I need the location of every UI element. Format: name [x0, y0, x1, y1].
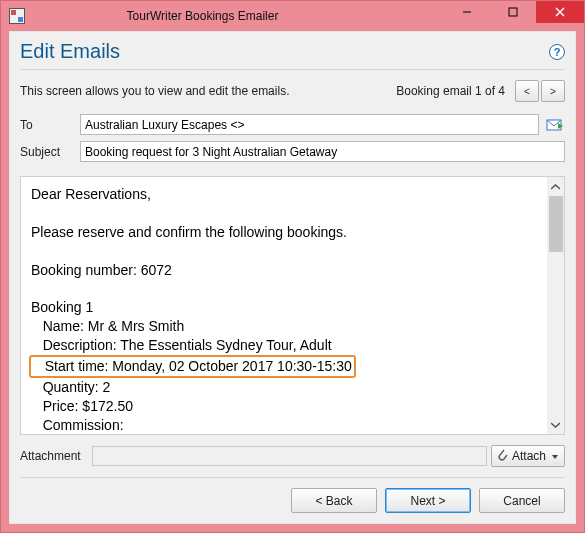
window-controls [444, 1, 584, 23]
attachment-label: Attachment [20, 449, 92, 463]
window-frame: TourWriter Bookings Emailer Edit Emails … [0, 0, 585, 533]
maximize-button[interactable] [490, 1, 536, 23]
next-button[interactable]: Next > [385, 488, 471, 513]
body-greeting: Dear Reservations, [31, 186, 151, 202]
body-quantity-value: 2 [103, 379, 111, 395]
footer-buttons: < Back Next > Cancel [20, 477, 565, 513]
body-booking-number-label: Booking number: [31, 262, 137, 278]
cancel-button[interactable]: Cancel [479, 488, 565, 513]
email-counter: Booking email 1 of 4 [396, 84, 505, 98]
body-description-value: The Essentials Sydney Tour, Adult [120, 337, 331, 353]
svg-rect-1 [509, 8, 517, 16]
subject-label: Subject [20, 145, 80, 159]
email-body-content[interactable]: Dear Reservations, Please reserve and co… [21, 177, 547, 434]
divider [20, 69, 565, 70]
close-button[interactable] [536, 1, 584, 23]
screen-description: This screen allows you to view and edit … [20, 84, 396, 98]
page-title: Edit Emails [20, 40, 549, 63]
body-intro: Please reserve and confirm the following… [31, 224, 347, 240]
body-start-label: Start time: [45, 358, 109, 374]
to-label: To [20, 118, 80, 132]
body-description-label: Description: [43, 337, 117, 353]
scroll-up-icon[interactable] [548, 179, 563, 194]
body-name-value: Mr & Mrs Smith [88, 318, 184, 334]
to-field[interactable] [80, 114, 539, 135]
body-booking-number-value: 6072 [141, 262, 172, 278]
subject-field[interactable] [80, 141, 565, 162]
app-icon [9, 8, 25, 24]
body-quantity-label: Quantity: [43, 379, 99, 395]
titlebar[interactable]: TourWriter Bookings Emailer [1, 1, 584, 31]
body-booking-header: Booking 1 [31, 299, 93, 315]
dialog-body: Edit Emails ? This screen allows you to … [9, 31, 576, 524]
body-price-value: $172.50 [82, 398, 133, 414]
scrollbar[interactable] [547, 177, 564, 434]
back-button[interactable]: < Back [291, 488, 377, 513]
attachment-field[interactable] [92, 446, 487, 466]
next-email-button[interactable]: > [541, 80, 565, 102]
email-body-editor[interactable]: Dear Reservations, Please reserve and co… [20, 176, 565, 435]
minimize-button[interactable] [444, 1, 490, 23]
prev-email-button[interactable]: < [515, 80, 539, 102]
body-name-label: Name: [43, 318, 84, 334]
start-time-highlight: Start time: Monday, 02 October 2017 10:3… [29, 355, 356, 378]
scroll-thumb[interactable] [549, 196, 563, 252]
body-start-value: Monday, 02 October 2017 10:30-15:30 [112, 358, 351, 374]
address-book-icon[interactable] [545, 116, 565, 134]
body-price-label: Price: [43, 398, 79, 414]
attach-button-label: Attach [512, 449, 546, 463]
chevron-down-icon [550, 449, 558, 463]
window-title: TourWriter Bookings Emailer [0, 9, 444, 23]
scroll-down-icon[interactable] [548, 417, 563, 432]
attach-button[interactable]: Attach [491, 445, 565, 467]
paperclip-icon [496, 448, 508, 465]
help-icon[interactable]: ? [549, 44, 565, 60]
body-commission-label: Commission: [43, 417, 124, 433]
